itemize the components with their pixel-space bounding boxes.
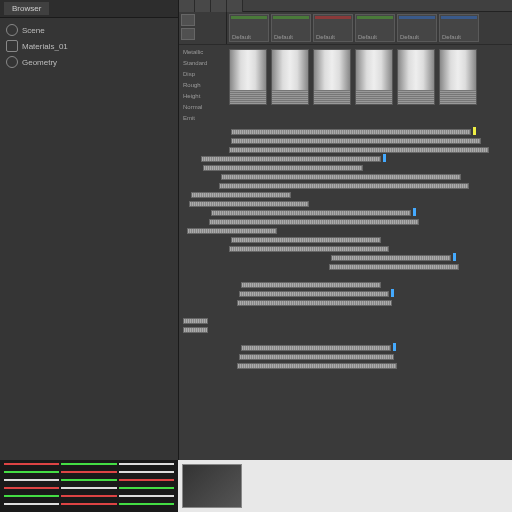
track-row[interactable] — [181, 173, 510, 181]
track-head[interactable]: Default — [313, 14, 353, 42]
clip-bar[interactable] — [187, 228, 277, 234]
toolbar-button[interactable] — [211, 0, 227, 12]
scope-segment — [61, 487, 116, 489]
scope-segment — [4, 503, 59, 505]
track-head[interactable]: Default — [439, 14, 479, 42]
marker-icon[interactable] — [383, 154, 386, 162]
track-row[interactable] — [181, 200, 510, 208]
clip-bar[interactable] — [183, 318, 208, 324]
toolbar-button[interactable] — [179, 0, 195, 12]
track-row[interactable] — [181, 155, 510, 163]
scope-line — [0, 492, 178, 500]
material-thumbnail[interactable] — [229, 49, 267, 105]
thumbnail-row: Metallic Standard Disp Rough Height Norm… — [179, 44, 512, 126]
track-head-label: Default — [316, 34, 335, 40]
clip-bar[interactable] — [231, 237, 381, 243]
track-row[interactable] — [181, 272, 510, 280]
track-row[interactable] — [181, 164, 510, 172]
clip-bar[interactable] — [239, 291, 389, 297]
clip-bar[interactable] — [241, 345, 391, 351]
tree-item[interactable]: Scene — [2, 22, 176, 38]
tree-item[interactable]: Materials_01 — [2, 38, 176, 54]
tree-item-label: Scene — [22, 26, 45, 35]
marker-icon[interactable] — [473, 127, 476, 135]
clip-bar[interactable] — [189, 201, 309, 207]
material-thumbnail[interactable] — [271, 49, 309, 105]
scope-segment — [119, 495, 174, 497]
scope-segment — [4, 471, 59, 473]
track-header-area: Default Default Default Default Default … — [179, 12, 512, 44]
clip-bar[interactable] — [241, 282, 381, 288]
panel-tab-browser[interactable]: Browser — [4, 2, 49, 15]
material-thumbnail[interactable] — [313, 49, 351, 105]
clip-bar[interactable] — [231, 138, 481, 144]
track-row[interactable] — [181, 290, 510, 298]
track-row[interactable] — [181, 146, 510, 154]
track-head[interactable]: Default — [397, 14, 437, 42]
track-row[interactable] — [181, 128, 510, 136]
header-button[interactable] — [181, 28, 195, 40]
track-row[interactable] — [181, 326, 510, 334]
track-row[interactable] — [181, 353, 510, 361]
clip-bar[interactable] — [239, 354, 394, 360]
track-header-controls — [179, 12, 227, 44]
marker-icon[interactable] — [391, 289, 394, 297]
scope-segment — [119, 503, 174, 505]
clip-bar[interactable] — [221, 174, 461, 180]
preview-thumbnail[interactable] — [182, 464, 242, 508]
track-row[interactable] — [181, 137, 510, 145]
material-thumbnail[interactable] — [397, 49, 435, 105]
track-heads: Default Default Default Default Default … — [227, 12, 512, 44]
scope-segment — [61, 495, 116, 497]
marker-icon[interactable] — [453, 253, 456, 261]
clip-bar[interactable] — [231, 129, 471, 135]
material-thumbnail[interactable] — [439, 49, 477, 105]
scope-line — [0, 476, 178, 484]
clip-bar[interactable] — [201, 156, 381, 162]
marker-icon[interactable] — [393, 343, 396, 351]
track-row[interactable] — [181, 182, 510, 190]
clip-bar[interactable] — [229, 147, 489, 153]
toolbar-button[interactable] — [227, 0, 243, 12]
track-row[interactable] — [181, 254, 510, 262]
track-row[interactable] — [181, 263, 510, 271]
header-button[interactable] — [181, 14, 195, 26]
track-row[interactable] — [181, 281, 510, 289]
track-row[interactable] — [181, 362, 510, 370]
clip-bar[interactable] — [237, 300, 392, 306]
track-row[interactable] — [181, 335, 510, 343]
timeline-tracks[interactable] — [179, 126, 512, 373]
row-label: Height — [181, 91, 225, 102]
track-row[interactable] — [181, 245, 510, 253]
clip-bar[interactable] — [191, 192, 291, 198]
tree-item[interactable]: Geometry — [2, 54, 176, 70]
material-thumbnail[interactable] — [355, 49, 393, 105]
track-row[interactable] — [181, 299, 510, 307]
clip-bar[interactable] — [329, 264, 459, 270]
track-row[interactable] — [181, 236, 510, 244]
track-head[interactable]: Default — [271, 14, 311, 42]
clip-bar[interactable] — [183, 327, 208, 333]
track-row[interactable] — [181, 317, 510, 325]
scope-segment — [119, 463, 174, 465]
clip-bar[interactable] — [219, 183, 469, 189]
scope-line — [0, 468, 178, 476]
marker-icon[interactable] — [413, 208, 416, 216]
track-row[interactable] — [181, 227, 510, 235]
left-panel-header: Browser — [0, 0, 178, 18]
track-row[interactable] — [181, 344, 510, 352]
clip-bar[interactable] — [229, 246, 389, 252]
scope-line — [0, 484, 178, 492]
track-row[interactable] — [181, 308, 510, 316]
track-row[interactable] — [181, 218, 510, 226]
track-row[interactable] — [181, 209, 510, 217]
toolbar-button[interactable] — [195, 0, 211, 12]
clip-bar[interactable] — [331, 255, 451, 261]
clip-bar[interactable] — [211, 210, 411, 216]
track-head[interactable]: Default — [355, 14, 395, 42]
clip-bar[interactable] — [237, 363, 397, 369]
clip-bar[interactable] — [209, 219, 419, 225]
clip-bar[interactable] — [203, 165, 363, 171]
track-row[interactable] — [181, 191, 510, 199]
track-head[interactable]: Default — [229, 14, 269, 42]
